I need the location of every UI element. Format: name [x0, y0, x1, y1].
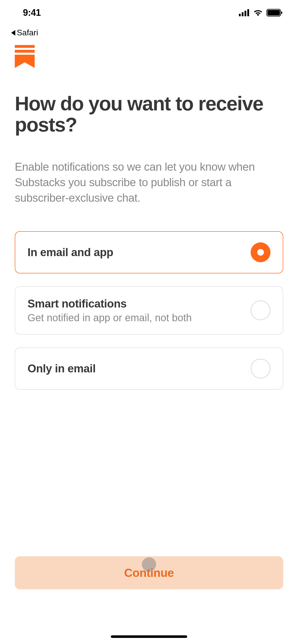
page-title: How do you want to receive posts?: [15, 93, 283, 135]
home-indicator[interactable]: [111, 635, 187, 638]
wifi-icon: [253, 9, 263, 16]
radio-unselected-icon: [251, 300, 270, 320]
radio-unselected-icon: [251, 359, 270, 378]
radio-selected-icon: [251, 242, 270, 262]
option-title: Smart notifications: [28, 297, 192, 310]
option-in-email-and-app[interactable]: In email and app: [15, 231, 283, 273]
svg-rect-5: [267, 10, 280, 16]
option-only-in-email[interactable]: Only in email: [15, 347, 283, 390]
cellular-icon: [239, 9, 250, 16]
page-subtitle: Enable notifications so we can let you k…: [15, 159, 283, 206]
battery-icon: [266, 9, 283, 17]
continue-button[interactable]: Continue: [15, 556, 283, 589]
option-smart-notifications[interactable]: Smart notifications Get notified in app …: [15, 286, 283, 335]
touch-indicator-icon: [142, 557, 156, 572]
svg-rect-7: [15, 45, 35, 48]
svg-rect-1: [242, 12, 243, 16]
svg-rect-8: [15, 50, 35, 53]
options-list: In email and app Smart notifications Get…: [15, 231, 283, 390]
status-bar: 9:41: [0, 0, 298, 25]
svg-rect-6: [281, 11, 282, 14]
status-time: 9:41: [23, 7, 41, 18]
substack-logo-icon: [15, 45, 35, 68]
option-title: In email and app: [28, 246, 113, 259]
back-triangle-icon: [11, 30, 15, 36]
back-app-label: Safari: [17, 28, 38, 37]
option-title: Only in email: [28, 362, 96, 375]
back-to-app[interactable]: Safari: [0, 25, 298, 45]
option-subtitle: Get notified in app or email, not both: [28, 312, 192, 324]
status-icons: [239, 9, 283, 17]
svg-rect-0: [239, 14, 241, 16]
content-area: How do you want to receive posts? Enable…: [0, 93, 298, 390]
svg-rect-2: [245, 11, 246, 16]
svg-rect-3: [247, 9, 249, 16]
